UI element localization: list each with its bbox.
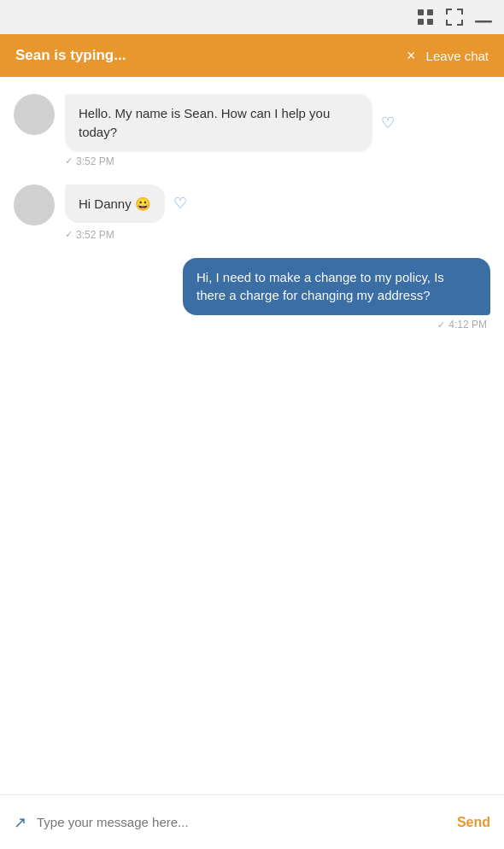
fullscreen-icon[interactable]	[444, 7, 465, 27]
message-timestamp: ✓ 3:52 PM	[65, 155, 114, 167]
bubble-wrap: Hello. My name is Sean. How can I help y…	[65, 94, 395, 152]
heart-icon[interactable]: ♡	[173, 194, 187, 213]
time-label: 3:52 PM	[76, 155, 114, 167]
chat-header: Sean is typing... × Leave chat	[0, 34, 504, 77]
agent-avatar	[14, 94, 55, 135]
close-chat-icon[interactable]: ×	[407, 48, 416, 63]
expand-input-icon[interactable]: ↗	[14, 813, 26, 832]
grid-icon[interactable]	[415, 7, 436, 27]
message-with-avatar: Hi Danny 😀 ♡	[14, 184, 187, 225]
agent-avatar	[14, 184, 55, 225]
chat-input-area: ↗ Send	[0, 794, 504, 849]
check-mark: ✓	[437, 319, 445, 331]
svg-rect-4	[475, 20, 492, 23]
check-mark: ✓	[65, 229, 73, 240]
time-label: 3:52 PM	[76, 229, 114, 241]
message-text: Hello. My name is Sean. How can I help y…	[79, 106, 330, 139]
message-text: Hi Danny 😀	[79, 196, 151, 211]
chat-area: Hello. My name is Sean. How can I help y…	[0, 77, 504, 794]
minimize-icon[interactable]	[473, 7, 494, 27]
send-button[interactable]: Send	[457, 815, 490, 830]
leave-chat-button[interactable]: Leave chat	[426, 49, 489, 63]
heart-icon[interactable]: ♡	[381, 114, 395, 132]
chat-header-title: Sean is typing...	[15, 47, 126, 64]
svg-rect-3	[427, 19, 433, 25]
check-mark: ✓	[65, 155, 73, 167]
agent-bubble: Hello. My name is Sean. How can I help y…	[65, 94, 372, 152]
message-row: Hi, I need to make a change to my policy…	[14, 258, 490, 331]
chat-header-right: × Leave chat	[407, 48, 489, 63]
bubble-wrap: Hi, I need to make a change to my policy…	[183, 258, 490, 316]
message-row: Hello. My name is Sean. How can I help y…	[14, 94, 490, 167]
message-timestamp: ✓ 3:52 PM	[65, 229, 114, 241]
message-text: Hi, I need to make a change to my policy…	[196, 270, 444, 303]
message-input[interactable]	[37, 815, 457, 829]
bubble-wrap: Hi Danny 😀 ♡	[65, 184, 187, 224]
message-timestamp: ✓ 4:12 PM	[437, 319, 487, 331]
message-row: Hi Danny 😀 ♡ ✓ 3:52 PM	[14, 184, 490, 241]
top-bar	[0, 0, 504, 34]
message-with-avatar: Hello. My name is Sean. How can I help y…	[14, 94, 395, 152]
user-bubble: Hi, I need to make a change to my policy…	[183, 258, 490, 316]
svg-rect-1	[427, 9, 433, 15]
svg-rect-0	[418, 9, 424, 15]
svg-rect-2	[418, 19, 424, 25]
agent-bubble: Hi Danny 😀	[65, 184, 165, 224]
time-label: 4:12 PM	[448, 319, 487, 331]
